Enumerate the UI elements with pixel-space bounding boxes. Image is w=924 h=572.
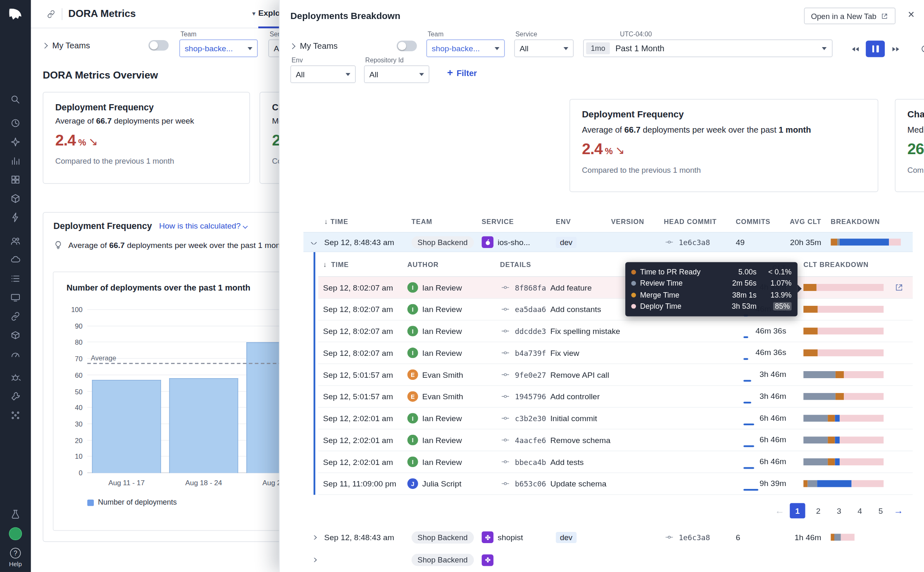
commit-row[interactable]: Sep 11, 11:09:00 pm JJulia Script b653c0…	[318, 473, 912, 495]
my-teams-group[interactable]: My Teams	[43, 40, 169, 51]
apps-icon[interactable]	[10, 410, 21, 421]
page-button-2[interactable]: 2	[811, 503, 826, 518]
my-teams-group[interactable]: My Teams	[291, 41, 417, 51]
header-time[interactable]: ↓TIME	[324, 217, 412, 226]
commit-hash[interactable]: 8f868fa	[515, 283, 546, 292]
header-env[interactable]: ENV	[556, 218, 611, 225]
pause-button[interactable]	[866, 41, 885, 57]
header-commits[interactable]: COMMITS	[736, 218, 776, 225]
clt-breakdown-bar[interactable]	[803, 284, 884, 291]
head-commit-hash[interactable]: 1e6c3a8	[679, 533, 710, 541]
org-icon[interactable]	[10, 236, 21, 246]
header-time[interactable]: ↓TIME	[318, 260, 406, 268]
commit-row[interactable]: Sep 12, 8:02:07 am IIan Review 8f868fa A…	[318, 277, 912, 299]
header-team[interactable]: TEAM	[412, 218, 482, 225]
deployment-row-partial[interactable]: Shop Backend	[303, 548, 912, 572]
commit-row[interactable]: Sep 12, 5:01:57 am EEvan Smith 1945796 A…	[318, 386, 912, 408]
my-teams-toggle[interactable]	[397, 41, 417, 51]
clt-breakdown-bar[interactable]	[803, 349, 884, 356]
header-avg-clt[interactable]: AVG CLT	[776, 218, 826, 225]
refresh-icon[interactable]	[917, 41, 924, 57]
clt-breakdown-bar[interactable]	[803, 393, 884, 400]
history-icon[interactable]	[10, 118, 21, 129]
commit-row[interactable]: Sep 12, 8:02:07 am IIan Review ea5daa6 A…	[318, 299, 912, 321]
packages-icon[interactable]	[10, 330, 21, 341]
clt-breakdown-bar[interactable]	[803, 436, 884, 443]
open-new-tab-button[interactable]: Open in a New Tab	[804, 8, 895, 24]
monitors-icon[interactable]	[10, 292, 21, 303]
next-page-icon[interactable]: →	[894, 505, 903, 516]
commit-hash[interactable]: bbeca4b	[515, 458, 546, 466]
collapse-row-icon[interactable]	[311, 240, 317, 244]
dashboards-icon[interactable]	[10, 174, 21, 185]
gauge-icon[interactable]	[10, 349, 21, 360]
team-chip[interactable]: Shop Backend	[412, 236, 474, 248]
chart-legend[interactable]: Number of deployments	[87, 498, 177, 507]
user-avatar[interactable]	[9, 527, 22, 540]
help-button[interactable]: ? Help	[9, 548, 22, 567]
clt-breakdown-bar[interactable]	[803, 371, 884, 378]
service-name[interactable]: shopist	[498, 533, 523, 541]
header-version[interactable]: VERSION	[611, 218, 664, 225]
expand-row-icon[interactable]	[311, 558, 317, 562]
skip-back-icon[interactable]	[847, 41, 863, 57]
header-breakdown[interactable]: BREAKDOWN	[826, 218, 901, 225]
infrastructure-icon[interactable]	[10, 193, 21, 204]
commit-row[interactable]: Sep 12, 2:02:01 am IIan Review 4aacfe6 R…	[318, 429, 912, 451]
service-filter-select[interactable]: All	[514, 39, 574, 57]
header-head-commit[interactable]: HEAD COMMIT	[664, 218, 736, 225]
team-chip[interactable]: Shop Backend	[412, 531, 474, 543]
clt-breakdown-bar[interactable]	[831, 238, 901, 245]
env-chip[interactable]: dev	[556, 236, 576, 248]
metrics-icon[interactable]	[10, 155, 21, 166]
deployment-row[interactable]: Sep 12, 8:48:43 am Shop Backend shopist …	[303, 527, 912, 548]
page-button-4[interactable]: 4	[852, 503, 867, 518]
labs-icon[interactable]	[10, 509, 21, 520]
commit-hash[interactable]: ddcdde3	[515, 327, 546, 335]
skip-forward-icon[interactable]	[887, 41, 904, 57]
commit-hash[interactable]: 4aacfe6	[515, 436, 546, 444]
service-name[interactable]: ios-sho...	[498, 238, 530, 246]
expand-row-icon[interactable]	[311, 535, 317, 539]
page-button-1[interactable]: 1	[790, 503, 805, 518]
add-filter-button[interactable]: + Filter	[447, 67, 477, 79]
header-service[interactable]: SERVICE	[481, 218, 556, 225]
integrations-icon[interactable]	[10, 311, 21, 322]
previous-page-icon[interactable]: ←	[775, 505, 784, 516]
watchdog-icon[interactable]	[10, 137, 21, 148]
bug-icon[interactable]	[10, 372, 21, 383]
commit-row[interactable]: Sep 12, 5:01:57 am EEvan Smith 9fe0e27 R…	[318, 364, 912, 386]
clt-breakdown-bar[interactable]	[803, 458, 884, 465]
commit-row[interactable]: Sep 12, 8:02:07 am IIan Review b4a739f F…	[318, 342, 912, 364]
commit-row[interactable]: Sep 12, 2:02:01 am IIan Review bbeca4b A…	[318, 451, 912, 473]
commit-hash[interactable]: ea5daa6	[515, 305, 546, 314]
env-filter-select[interactable]: All	[291, 65, 356, 83]
commit-hash[interactable]: 9fe0e27	[515, 370, 546, 379]
cloud-icon[interactable]	[10, 255, 21, 265]
expand-icon[interactable]	[42, 43, 48, 48]
search-icon[interactable]	[10, 94, 21, 105]
header-clt-breakdown[interactable]: CLT BREAKDOWN	[787, 261, 893, 268]
datadog-logo[interactable]	[7, 6, 24, 24]
clt-breakdown-bar[interactable]	[803, 415, 884, 422]
page-button-3[interactable]: 3	[831, 503, 847, 518]
head-commit-hash[interactable]: 1e6c3a8	[679, 238, 710, 246]
logs-icon[interactable]	[10, 273, 21, 284]
expand-icon[interactable]	[290, 43, 295, 49]
tools-icon[interactable]	[10, 391, 21, 402]
page-button-5[interactable]: 5	[873, 503, 888, 518]
clt-breakdown-bar[interactable]	[803, 480, 884, 487]
repository-filter-select[interactable]: All	[364, 65, 429, 83]
how-calculated-link[interactable]: How is this calculated?	[159, 222, 247, 230]
header-author[interactable]: AUTHOR	[406, 261, 499, 268]
clt-breakdown-bar[interactable]	[831, 534, 901, 541]
commit-hash[interactable]: c3b2e30	[515, 414, 546, 422]
commit-hash[interactable]: b653c06	[515, 479, 546, 488]
commit-row[interactable]: Sep 12, 8:02:07 am IIan Review ddcdde3 F…	[318, 320, 912, 342]
commit-hash[interactable]: b4a739f	[515, 348, 546, 357]
team-chip[interactable]: Shop Backend	[412, 554, 474, 566]
close-icon[interactable]: ×	[908, 8, 914, 21]
time-range-select[interactable]: 1mo Past 1 Month	[583, 39, 833, 57]
team-filter-select[interactable]: shop-backe...	[179, 39, 258, 57]
share-link-icon[interactable]	[46, 9, 56, 19]
